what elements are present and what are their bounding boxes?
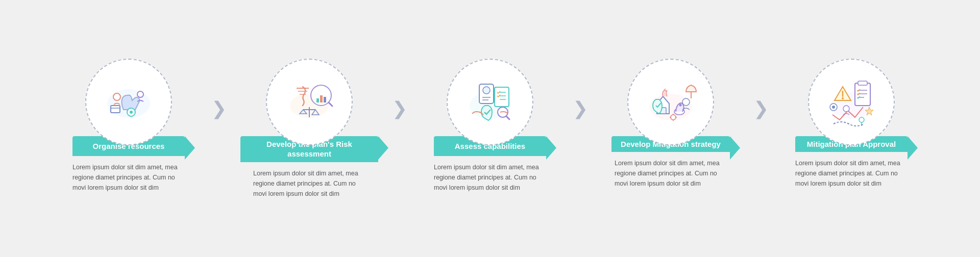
svg-rect-13 — [320, 95, 323, 102]
svg-point-33 — [679, 104, 682, 106]
step-5-description: Lorem ipsum dolor sit dim amet, mea regi… — [795, 158, 908, 189]
svg-rect-12 — [316, 98, 319, 102]
step-2-circle — [266, 59, 353, 145]
arrow-1-icon: ❯ — [211, 99, 227, 118]
step-3: Assess capabilities Lorem ipsum dolor si… — [403, 59, 577, 193]
infographic: Organise resources Lorem ipsum dolor sit… — [15, 54, 965, 204]
svg-point-53 — [859, 117, 864, 122]
svg-point-36 — [671, 115, 676, 120]
step-3-description: Lorem ipsum dolor sit dim amet, mea regi… — [434, 162, 546, 193]
step-3-top: Assess capabilities — [434, 59, 546, 157]
svg-point-4 — [130, 111, 133, 114]
step-4-description: Lorem ipsum dolor sit dim amet, mea regi… — [615, 158, 727, 189]
step-3-icon — [457, 69, 523, 135]
arrow-3: ❯ — [573, 59, 588, 118]
svg-point-52 — [832, 106, 835, 109]
step-2-top: Develop the plan's Risk assessment — [240, 59, 378, 162]
arrow-2: ❯ — [392, 59, 407, 118]
step-4-icon — [638, 69, 704, 135]
svg-rect-14 — [324, 97, 326, 102]
arrow-4: ❯ — [753, 59, 769, 118]
step-5: Mitigation plan Approval Lorem ipsum dol… — [765, 59, 938, 189]
svg-line-15 — [329, 102, 332, 106]
arrow-3-icon: ❯ — [573, 99, 588, 118]
step-2-icon — [276, 69, 342, 135]
step-1-circle — [85, 59, 172, 145]
step-5-top: Mitigation plan Approval — [795, 59, 908, 152]
arrow-2-icon: ❯ — [392, 99, 407, 118]
step-2: Develop the plan's Risk assessment Lorem… — [223, 59, 396, 199]
svg-point-2 — [137, 91, 143, 97]
svg-point-1 — [113, 93, 120, 100]
step-3-circle — [447, 59, 533, 145]
step-5-circle — [808, 59, 895, 145]
step-5-icon — [818, 69, 885, 135]
step-1-icon — [95, 69, 162, 135]
step-4-top: Develop Mitigation strategy — [611, 59, 730, 152]
step-2-description: Lorem ipsum dolor sit dim amet, mea regi… — [253, 168, 365, 199]
step-1-description: Lorem ipsum dolor sit dim amet, mea regi… — [72, 162, 185, 193]
step-4-circle — [627, 59, 714, 145]
svg-point-20 — [483, 87, 490, 94]
step-1-top: Organise resources — [72, 59, 185, 157]
step-4: Develop Mitigation strategy Lorem ipsum … — [584, 59, 757, 189]
svg-point-49 — [842, 97, 844, 99]
svg-rect-23 — [495, 87, 509, 107]
svg-point-55 — [843, 106, 849, 112]
step-1: Organise resources Lorem ipsum dolor sit… — [42, 59, 215, 193]
svg-rect-43 — [858, 81, 867, 85]
svg-rect-5 — [111, 106, 120, 113]
arrow-4-icon: ❯ — [753, 99, 769, 118]
arrow-1: ❯ — [211, 59, 227, 118]
svg-point-35 — [682, 98, 690, 106]
svg-line-28 — [506, 116, 509, 119]
